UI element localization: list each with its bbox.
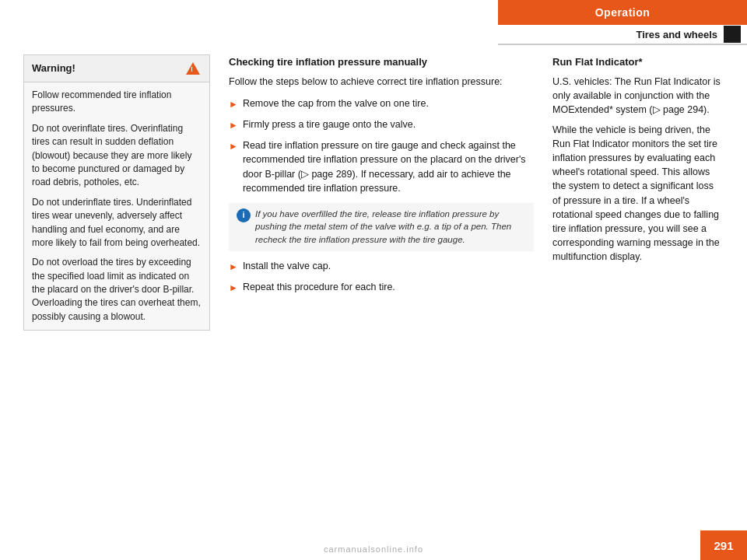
bullets-container: ►Remove the cap from the valve on one ti… (229, 96, 534, 195)
bullet-text: Read tire inflation pressure on tire gau… (243, 138, 534, 195)
warning-para: Do not overinflate tires. Overinflating … (32, 122, 202, 190)
warning-body: Follow recommended tire inflation pressu… (24, 82, 209, 330)
last-bullets-container: ►Install the valve cap.►Repeat this proc… (229, 259, 534, 295)
bullet-item: ►Install the valve cap. (229, 259, 534, 274)
bullet-arrow: ► (229, 97, 238, 111)
warning-header: Warning! (24, 55, 209, 82)
info-icon: i (237, 208, 251, 222)
warning-title: Warning! (32, 61, 75, 76)
right-column: Run Flat Indicator* U.S. vehicles: The R… (552, 54, 724, 529)
section-indicator (724, 26, 741, 43)
warning-para: Do not underinflate tires. Underinflated… (32, 196, 202, 250)
right-para: U.S. vehicles: The Run Flat Indicator is… (552, 75, 724, 117)
header: Operation Tires and wheels (498, 0, 747, 45)
watermark: carmanualsonline.info (324, 544, 423, 554)
warning-box: Warning! Follow recommended tire inflati… (23, 54, 210, 331)
middle-title: Checking tire inflation pressure manuall… (229, 54, 534, 70)
bullet-item: ►Repeat this procedure for each tire. (229, 280, 534, 295)
warning-para: Follow recommended tire inflation pressu… (32, 89, 202, 116)
bullet-item: ►Read tire inflation pressure on tire ga… (229, 138, 534, 195)
warning-para: Do not overload the tires by exceeding t… (32, 256, 202, 324)
right-paragraphs: U.S. vehicles: The Run Flat Indicator is… (552, 75, 724, 264)
operation-bar: Operation (498, 0, 747, 25)
bullet-item: ►Remove the cap from the valve on one ti… (229, 96, 534, 111)
bullet-arrow: ► (229, 118, 238, 132)
middle-column: Checking tire inflation pressure manuall… (229, 54, 534, 529)
right-title: Run Flat Indicator* (552, 54, 724, 70)
warning-icon (184, 60, 202, 77)
bullet-arrow: ► (229, 281, 238, 295)
page-number: 291 (700, 530, 747, 560)
operation-label: Operation (595, 6, 651, 19)
bullet-arrow: ► (229, 139, 238, 153)
middle-intro: Follow the steps below to achieve correc… (229, 75, 534, 89)
bullet-text: Firmly press a tire gauge onto the valve… (243, 117, 416, 131)
info-box: i If you have overfilled the tire, relea… (229, 203, 534, 251)
triangle-warning-icon (186, 62, 200, 75)
bullet-text: Remove the cap from the valve on one tir… (243, 96, 429, 110)
bullet-text: Install the valve cap. (243, 259, 331, 273)
main-content: Warning! Follow recommended tire inflati… (0, 54, 747, 529)
section-label: Tires and wheels (636, 29, 717, 40)
info-text: If you have overfilled the tire, release… (255, 208, 526, 247)
bullet-item: ►Firmly press a tire gauge onto the valv… (229, 117, 534, 132)
bullet-text: Repeat this procedure for each tire. (243, 280, 395, 294)
section-bar: Tires and wheels (498, 25, 747, 45)
bullet-arrow: ► (229, 260, 238, 274)
right-para: While the vehicle is being driven, the R… (552, 123, 724, 264)
